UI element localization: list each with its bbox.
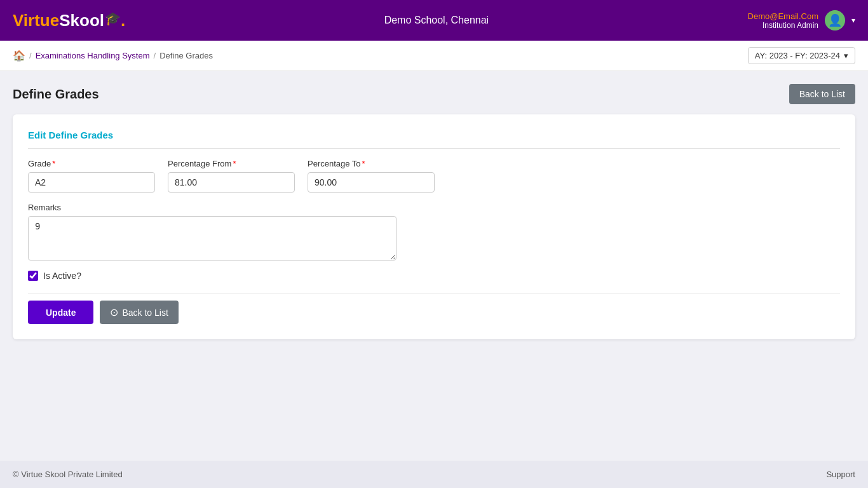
- breadcrumb-link-examinations[interactable]: Examinations Handling System: [36, 51, 150, 60]
- graduation-cap-icon: 🎓: [105, 11, 121, 25]
- page-header: Define Grades Back to List: [13, 84, 855, 104]
- pct-to-input[interactable]: [308, 172, 435, 193]
- pct-from-required-star: *: [233, 159, 236, 168]
- back-to-list-form-button[interactable]: ⊙ Back to List: [100, 301, 178, 324]
- is-active-checkbox[interactable]: [28, 271, 38, 281]
- chevron-down-icon[interactable]: ▾: [851, 16, 855, 25]
- remarks-label: Remarks: [28, 203, 397, 212]
- pct-to-label: Percentage To*: [308, 159, 435, 168]
- grade-input[interactable]: [28, 172, 155, 193]
- breadcrumb-sep-1: /: [29, 51, 32, 60]
- user-role: Institution Admin: [748, 21, 818, 30]
- pct-from-label: Percentage From*: [168, 159, 295, 168]
- ay-selector-button[interactable]: AY: 2023 - FY: 2023-24 ▾: [748, 47, 855, 64]
- main-content: Define Grades Back to List Edit Define G…: [0, 71, 868, 461]
- breadcrumb: 🏠 / Examinations Handling System / Defin…: [13, 50, 213, 62]
- card-title: Edit Define Grades: [28, 130, 840, 149]
- page-title: Define Grades: [13, 87, 99, 102]
- is-active-row: Is Active?: [28, 271, 840, 281]
- ay-chevron-icon: ▾: [844, 51, 848, 60]
- footer-copyright: © Virtue Skool Private Limited: [13, 470, 123, 479]
- breadcrumb-current: Define Grades: [159, 51, 213, 60]
- avatar: 👤: [825, 10, 845, 30]
- school-name: Demo School, Chennai: [384, 15, 489, 26]
- pct-to-required-star: *: [362, 159, 365, 168]
- form-row-2: Remarks 9: [28, 203, 840, 261]
- form-row-1: Grade* Percentage From* Percentage To*: [28, 159, 840, 193]
- header: VirtueSkool🎓. Demo School, Chennai Demo@…: [0, 0, 868, 41]
- update-button[interactable]: Update: [28, 301, 93, 324]
- back-to-list-header-button[interactable]: Back to List: [789, 84, 855, 104]
- user-email: Demo@Email.Com: [748, 11, 818, 21]
- footer: © Virtue Skool Private Limited Support: [0, 461, 868, 488]
- is-active-label: Is Active?: [43, 271, 81, 281]
- logo-skool-text: Skool: [59, 11, 104, 30]
- remarks-textarea[interactable]: 9: [28, 216, 397, 261]
- grade-required-star: *: [52, 159, 55, 168]
- back-btn-label: Back to List: [122, 308, 168, 318]
- user-info: Demo@Email.Com Institution Admin: [748, 11, 818, 30]
- pct-from-input[interactable]: [168, 172, 295, 193]
- footer-support[interactable]: Support: [826, 470, 855, 479]
- logo-dot: .: [121, 11, 125, 30]
- logo: VirtueSkool🎓.: [13, 11, 125, 30]
- ay-selector-label: AY: 2023 - FY: 2023-24: [755, 51, 840, 60]
- logo-virtue-text: Virtue: [13, 11, 59, 30]
- form-actions: Update ⊙ Back to List: [28, 294, 840, 324]
- avatar-symbol: 👤: [828, 13, 842, 27]
- pct-from-group: Percentage From*: [168, 159, 295, 193]
- remarks-group: Remarks 9: [28, 203, 397, 261]
- pct-to-group: Percentage To*: [308, 159, 435, 193]
- grade-group: Grade*: [28, 159, 155, 193]
- edit-form-card: Edit Define Grades Grade* Percentage Fro…: [13, 114, 855, 339]
- breadcrumb-sep-2: /: [154, 51, 156, 60]
- home-icon[interactable]: 🏠: [13, 50, 25, 62]
- grade-label: Grade*: [28, 159, 155, 168]
- breadcrumb-bar: 🏠 / Examinations Handling System / Defin…: [0, 41, 868, 71]
- user-menu[interactable]: Demo@Email.Com Institution Admin 👤 ▾: [748, 10, 855, 30]
- back-btn-icon: ⊙: [110, 306, 118, 318]
